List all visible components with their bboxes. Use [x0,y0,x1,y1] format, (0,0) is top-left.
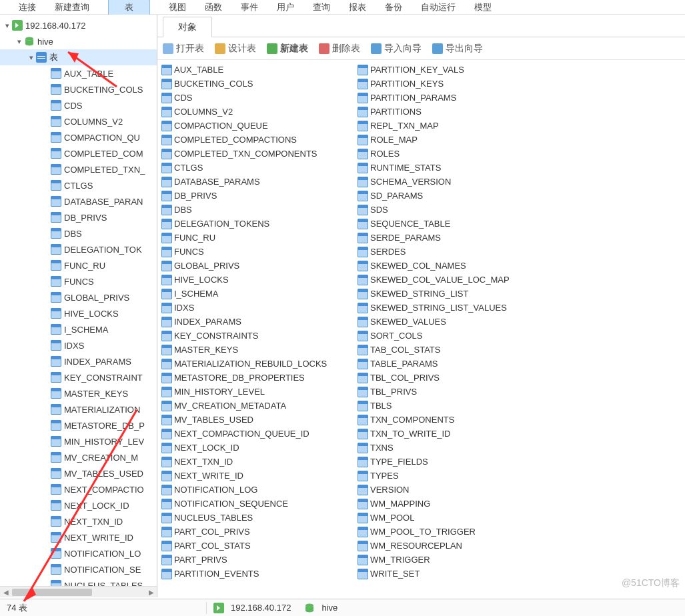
tab-objects[interactable]: 对象 [163,17,212,37]
table-list[interactable]: AUX_TABLEBUCKETING_COLSCDSCOLUMNS_V2COMP… [157,60,685,597]
list-item[interactable]: TXN_TO_WRITE_ID [358,427,551,441]
list-item[interactable]: NEXT_TXN_ID [161,455,355,469]
list-item[interactable]: ROLE_MAP [358,133,551,147]
list-item[interactable]: MIN_HISTORY_LEVEL [161,385,355,399]
tree-table-row[interactable]: NEXT_WRITE_ID [0,529,157,545]
tree-table-row[interactable]: COMPLETED_COM [0,145,157,161]
list-item[interactable]: SKEWED_STRING_LIST_VALUES [358,301,551,315]
menu-item[interactable]: 备份 [385,1,402,13]
list-item[interactable]: NEXT_COMPACTION_QUEUE_ID [161,427,355,441]
tree-connection-row[interactable]: ▾192.168.40.172 [0,17,157,33]
tree-table-row[interactable]: DB_PRIVS [0,209,157,225]
list-item[interactable]: DELEGATION_TOKENS [161,217,355,231]
new-table-button[interactable]: 新建表 [267,43,308,55]
list-item[interactable]: CDS [161,91,355,105]
list-item[interactable]: IDXS [161,301,355,315]
list-item[interactable]: PART_PRIVS [161,553,355,567]
list-item[interactable]: PARTITION_KEY_VALS [358,63,551,77]
tree-table-row[interactable]: COLUMNS_V2 [0,113,157,129]
tree-table-row[interactable]: NOTIFICATION_LO [0,545,157,561]
list-item[interactable]: DBS [161,203,355,217]
list-item[interactable]: VERSION [358,483,551,497]
menu-item[interactable]: 函数 [205,1,222,13]
expand-icon[interactable]: ▾ [3,21,12,30]
tree-table-row[interactable]: CDS [0,97,157,113]
tree-table-row[interactable]: COMPLETED_TXN_ [0,161,157,177]
list-item[interactable]: SKEWED_COL_VALUE_LOC_MAP [358,273,551,287]
list-item[interactable]: CTLGS [161,161,355,175]
tree-table-row[interactable]: DBS [0,225,157,241]
tree-table-row[interactable]: MV_TABLES_USED [0,465,157,481]
list-item[interactable]: TAB_COL_STATS [358,343,551,357]
tree-table-row[interactable]: NEXT_TXN_ID [0,513,157,529]
list-item[interactable]: METASTORE_DB_PROPERTIES [161,371,355,385]
list-item[interactable]: I_SCHEMA [161,287,355,301]
list-item[interactable]: MATERIALIZATION_REBUILD_LOCKS [161,357,355,371]
tree-table-row[interactable]: NEXT_LOCK_ID [0,497,157,513]
tree-table-row[interactable]: MASTER_KEYS [0,385,157,401]
tree-table-row[interactable]: COMPACTION_QU [0,129,157,145]
list-item[interactable]: ROLES [358,147,551,161]
list-item[interactable]: SDS [358,203,551,217]
design-table-button[interactable]: 设计表 [215,43,256,55]
tree-table-row[interactable]: GLOBAL_PRIVS [0,289,157,305]
list-item[interactable]: MV_TABLES_USED [161,413,355,427]
menu-item[interactable]: 表 [108,0,150,15]
tree-table-row[interactable]: NOTIFICATION_SE [0,561,157,577]
open-table-button[interactable]: 打开表 [163,43,204,55]
menu-item[interactable]: 用户 [277,1,294,13]
import-wizard-button[interactable]: 导入向导 [371,43,422,55]
list-item[interactable]: TYPE_FIELDS [358,455,551,469]
list-item[interactable]: SERDES [358,245,551,259]
list-item[interactable]: SORT_COLS [358,329,551,343]
sidebar-horizontal-scrollbar[interactable]: ◀ ▶ [0,586,157,597]
list-item[interactable]: PARTITION_PARAMS [358,91,551,105]
list-item[interactable]: WRITE_SET [358,567,551,581]
list-item[interactable]: NOTIFICATION_SEQUENCE [161,497,355,511]
tree-table-row[interactable]: DATABASE_PARAN [0,193,157,209]
export-wizard-button[interactable]: 导出向导 [432,43,483,55]
menu-item[interactable]: 报表 [349,1,366,13]
list-item[interactable]: TXNS [358,441,551,455]
list-item[interactable]: PARTITION_KEYS [358,77,551,91]
list-item[interactable]: COMPACTION_QUEUE [161,119,355,133]
tree-database-row[interactable]: ▾hive [0,33,157,49]
list-item[interactable]: SEQUENCE_TABLE [358,217,551,231]
menu-item[interactable]: 模型 [474,1,492,13]
list-item[interactable]: TYPES [358,469,551,483]
list-item[interactable]: RUNTIME_STATS [358,161,551,175]
list-item[interactable]: DB_PRIVS [161,189,355,203]
list-item[interactable]: WM_MAPPING [358,497,551,511]
list-item[interactable]: FUNC_RU [161,231,355,245]
scroll-right-icon[interactable]: ▶ [145,589,157,596]
list-item[interactable]: NUCLEUS_TABLES [161,511,355,525]
list-item[interactable]: COLUMNS_V2 [161,105,355,119]
list-item[interactable]: PART_COL_STATS [161,539,355,553]
tree-table-row[interactable]: INDEX_PARAMS [0,353,157,369]
list-item[interactable]: COMPLETED_COMPACTIONS [161,133,355,147]
list-item[interactable]: REPL_TXN_MAP [358,119,551,133]
list-item[interactable]: PART_COL_PRIVS [161,525,355,539]
list-item[interactable]: PARTITION_EVENTS [161,567,355,581]
list-item[interactable]: PARTITIONS [358,105,551,119]
menu-item[interactable]: 自动运行 [421,1,456,13]
menu-item[interactable]: 视图 [169,1,186,13]
list-item[interactable]: DATABASE_PARAMS [161,175,355,189]
list-item[interactable]: WM_RESOURCEPLAN [358,539,551,553]
list-item[interactable]: INDEX_PARAMS [161,315,355,329]
tree-table-row[interactable]: MV_CREATION_M [0,449,157,465]
list-item[interactable]: COMPLETED_TXN_COMPONENTS [161,147,355,161]
list-item[interactable]: TBL_PRIVS [358,385,551,399]
delete-table-button[interactable]: 删除表 [319,43,360,55]
tree-table-row[interactable]: BUCKETING_COLS [0,81,157,97]
menu-item[interactable]: 新建查询 [55,1,89,13]
list-item[interactable]: SCHEMA_VERSION [358,175,551,189]
list-item[interactable]: NOTIFICATION_LOG [161,483,355,497]
scroll-left-icon[interactable]: ◀ [0,589,11,596]
tree-table-row[interactable]: KEY_CONSTRAINT [0,369,157,385]
list-item[interactable]: SD_PARAMS [358,189,551,203]
menu-item[interactable]: 连接 [19,1,36,13]
list-item[interactable]: MASTER_KEYS [161,343,355,357]
tree-table-row[interactable]: HIVE_LOCKS [0,305,157,321]
object-tree[interactable]: ▾192.168.40.172▾hive▾表AUX_TABLEBUCKETING… [0,15,157,586]
